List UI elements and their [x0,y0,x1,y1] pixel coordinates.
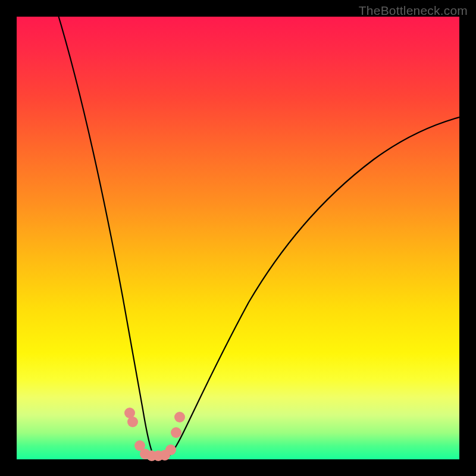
dot [127,416,138,427]
chart-frame: TheBottleneck.com [0,0,476,476]
watermark-text: TheBottleneck.com [359,4,468,18]
curve-layer [17,17,459,459]
dot [165,444,176,455]
valley-dots [124,408,185,461]
dot [171,427,181,438]
curve-right-branch [165,117,462,459]
dot [174,412,185,422]
curve-left-branch [57,10,157,459]
